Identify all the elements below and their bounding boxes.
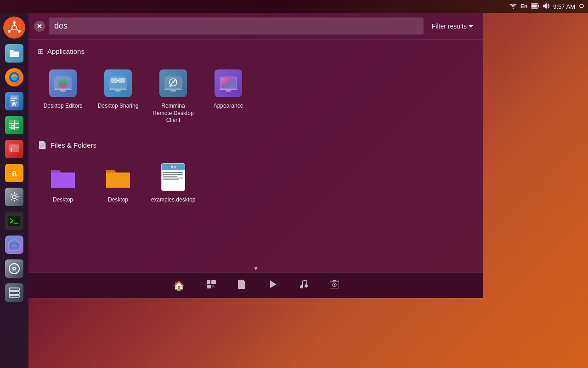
dock-item-terminal[interactable] — [3, 210, 25, 232]
svg-rect-70 — [226, 90, 231, 92]
svg-point-12 — [18, 30, 21, 33]
app-label-remmina: Remmina Remote Desktop Client — [152, 103, 195, 124]
files-section-header: 📄 Files & Folders — [38, 141, 474, 150]
file-label-examples-desktop: examples.desktop — [151, 196, 196, 204]
applications-grid: Desktop Editors — [38, 63, 474, 130]
files-grid: Desktop Desktop Aa — [38, 157, 474, 209]
svg-rect-59 — [119, 78, 125, 83]
search-panel: Filter results ⊞ Applications — [28, 13, 483, 298]
svg-rect-56 — [109, 89, 127, 90]
svg-marker-76 — [270, 281, 277, 288]
collapse-button[interactable]: ▼ — [253, 265, 259, 272]
svg-point-11 — [8, 30, 11, 33]
svg-text:I: I — [11, 147, 12, 154]
files-section-title: Files & Folders — [51, 141, 96, 149]
svg-rect-20 — [11, 97, 17, 98]
svg-point-4 — [580, 4, 583, 8]
dock-item-libreoffice-calc[interactable]: C — [3, 114, 25, 136]
file-label-desktop-orange: Desktop — [108, 196, 128, 204]
svg-rect-67 — [170, 85, 171, 87]
svg-point-65 — [172, 81, 174, 83]
svg-marker-3 — [543, 3, 547, 9]
file-desktop-purple[interactable]: Desktop — [38, 157, 88, 209]
dock-item-firefox[interactable] — [3, 66, 25, 88]
svg-text:W: W — [11, 101, 17, 107]
svg-point-77 — [300, 285, 303, 288]
category-applications-button[interactable]: A — [203, 276, 220, 294]
volume-icon — [543, 3, 549, 11]
svg-rect-2 — [532, 4, 537, 7]
svg-point-31 — [12, 195, 16, 199]
dock-item-amazon[interactable]: a — [3, 162, 25, 184]
category-media-button[interactable] — [265, 276, 281, 295]
dock-item-libreoffice-writer[interactable]: W — [3, 90, 25, 112]
filter-results-button[interactable]: Filter results — [427, 20, 478, 33]
category-music-button[interactable] — [296, 276, 311, 295]
category-home-button[interactable]: 🏠 — [170, 276, 188, 295]
search-results: ⊞ Applications — [28, 40, 483, 272]
svg-point-45 — [17, 293, 18, 293]
search-bar: Filter results — [28, 13, 483, 40]
file-label-desktop-purple: Desktop — [53, 196, 73, 204]
svg-text:C: C — [11, 124, 15, 131]
svg-point-44 — [17, 289, 18, 290]
app-label-desktop-sharing: Desktop Sharing — [98, 103, 139, 110]
svg-rect-21 — [11, 98, 17, 99]
applications-section-header: ⊞ Applications — [38, 47, 474, 56]
category-files-button[interactable] — [234, 276, 250, 295]
svg-rect-58 — [111, 78, 118, 83]
dock-item-server[interactable] — [3, 282, 25, 304]
svg-point-10 — [13, 21, 16, 24]
files-section-icon: 📄 — [38, 141, 47, 150]
svg-rect-69 — [219, 89, 237, 90]
search-input[interactable] — [49, 17, 424, 34]
app-label-desktop-editors: Desktop Editors — [44, 103, 83, 110]
svg-marker-48 — [469, 25, 473, 28]
app-desktop-editors[interactable]: Desktop Editors — [38, 63, 88, 130]
battery-icon — [531, 3, 539, 10]
svg-rect-63 — [170, 90, 176, 92]
dock-item-disk[interactable] — [3, 258, 25, 280]
category-bar: ▼ 🏠 A — [28, 272, 483, 298]
dock-item-libreoffice-impress[interactable]: I — [3, 138, 25, 160]
svg-rect-32 — [8, 216, 20, 226]
svg-point-40 — [14, 268, 15, 270]
app-remmina[interactable]: Remmina Remote Desktop Client — [148, 63, 198, 130]
system-menu-icon[interactable] — [579, 3, 584, 10]
file-examples-desktop[interactable]: Aa examples.desktop — [148, 157, 198, 209]
applications-section-icon: ⊞ — [38, 47, 44, 56]
dock-item-files[interactable] — [3, 42, 25, 64]
app-desktop-sharing[interactable]: Desktop Sharing — [93, 63, 143, 130]
svg-rect-51 — [60, 90, 66, 92]
svg-rect-81 — [333, 280, 336, 282]
topbar-system-icons: En 9:57 AM — [509, 3, 584, 11]
dock-item-ubuntu[interactable] — [3, 17, 25, 39]
dock-item-system-settings[interactable] — [3, 186, 25, 208]
wifi-icon — [509, 3, 517, 10]
keyboard-lang-icon[interactable]: En — [520, 3, 527, 10]
app-label-appearance: Appearance — [214, 103, 243, 110]
topbar: En 9:57 AM — [0, 0, 588, 13]
system-time: 9:57 AM — [553, 3, 575, 10]
svg-rect-50 — [54, 89, 72, 90]
svg-rect-72 — [207, 280, 210, 284]
svg-rect-1 — [538, 5, 539, 7]
svg-rect-73 — [211, 280, 216, 284]
svg-rect-57 — [115, 90, 121, 92]
svg-point-78 — [305, 284, 308, 288]
svg-rect-71 — [221, 78, 236, 88]
svg-text:A: A — [212, 284, 215, 288]
file-desktop-orange[interactable]: Desktop — [93, 157, 143, 209]
svg-rect-43 — [9, 295, 19, 297]
search-close-button[interactable] — [34, 21, 45, 32]
svg-rect-74 — [207, 285, 211, 288]
app-appearance[interactable]: Appearance — [203, 63, 254, 130]
svg-point-82 — [334, 284, 335, 286]
application-dock: W C I a — [0, 13, 28, 368]
dock-item-unity[interactable] — [3, 234, 25, 256]
category-photos-button[interactable] — [326, 276, 343, 294]
applications-section-title: Applications — [47, 47, 85, 55]
svg-rect-62 — [164, 89, 182, 90]
